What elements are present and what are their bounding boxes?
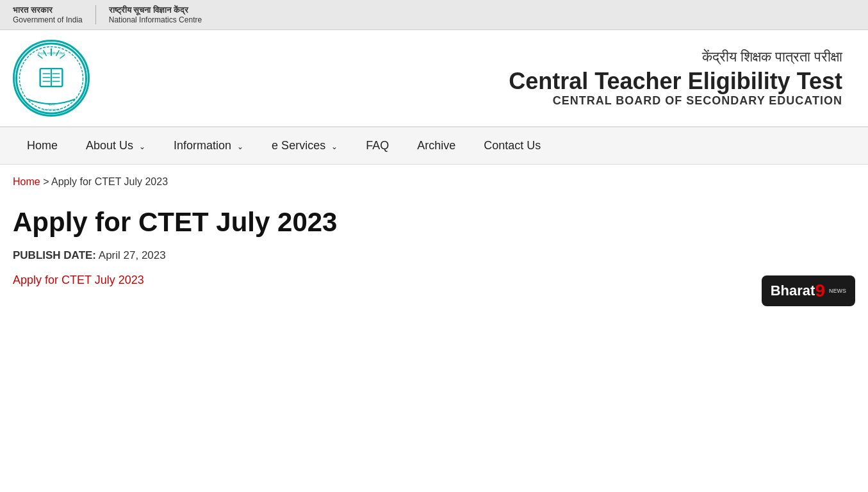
logo: भारत केंद्रीय माध्यमिक शिक्षा अस गो मा स… bbox=[13, 40, 90, 117]
nic-english: National Informatics Centre bbox=[109, 15, 202, 24]
nav-link-archive[interactable]: Archive bbox=[403, 127, 470, 164]
chevron-icon: ⌄ bbox=[331, 142, 338, 151]
bharat9-nine: 9 bbox=[815, 281, 825, 301]
page-title: Apply for CTET July 2023 bbox=[13, 207, 855, 238]
navbar: Home About Us ⌄ Information ⌄ e Services… bbox=[0, 127, 868, 165]
nic-info: राष्ट्रीय सूचना विज्ञान केंद्र National … bbox=[96, 5, 202, 24]
nic-hindi: राष्ट्रीय सूचना विज्ञान केंद्र bbox=[109, 5, 202, 15]
bharat9-bharat-text: Bharat bbox=[771, 283, 815, 299]
nav-item-archive[interactable]: Archive bbox=[403, 127, 470, 164]
apply-link[interactable]: Apply for CTET July 2023 bbox=[13, 274, 144, 286]
breadcrumb-current: Apply for CTET July 2023 bbox=[51, 176, 168, 187]
publish-date: PUBLISH DATE: April 27, 2023 bbox=[13, 249, 855, 262]
logo-area: भारत केंद्रीय माध्यमिक शिक्षा अस गो मा स… bbox=[13, 40, 90, 117]
nav-item-contact[interactable]: Contact Us bbox=[470, 127, 555, 164]
publish-date-value: April 27, 2023 bbox=[99, 249, 166, 261]
title-hindi: केंद्रीय शिक्षक पात्रता परीक्षा bbox=[90, 49, 842, 65]
top-bar: भारत सरकार Government of India राष्ट्रीय… bbox=[0, 0, 868, 30]
logo-svg: भारत केंद्रीय माध्यमिक शिक्षा अस गो मा स… bbox=[15, 42, 88, 115]
nav-list: Home About Us ⌄ Information ⌄ e Services… bbox=[13, 127, 855, 164]
publish-label: PUBLISH DATE: bbox=[13, 249, 96, 261]
bharat9-news-label: NEWS bbox=[829, 288, 846, 294]
title-english: Central Teacher Eligibility Test bbox=[90, 69, 842, 94]
nav-item-information[interactable]: Information ⌄ bbox=[160, 127, 258, 164]
gov-hindi: भारत सरकार bbox=[13, 5, 83, 15]
breadcrumb-home[interactable]: Home bbox=[13, 176, 40, 187]
header-title: केंद्रीय शिक्षक पात्रता परीक्षा Central … bbox=[90, 49, 855, 108]
main-content: Apply for CTET July 2023 PUBLISH DATE: A… bbox=[0, 194, 868, 313]
nav-link-about[interactable]: About Us ⌄ bbox=[72, 127, 160, 164]
nav-link-information[interactable]: Information ⌄ bbox=[160, 127, 258, 164]
bharat9-badge: Bharat9 NEWS bbox=[762, 275, 855, 306]
bharat9-news: NEWS bbox=[829, 288, 846, 294]
nav-link-faq[interactable]: FAQ bbox=[352, 127, 403, 164]
chevron-icon: ⌄ bbox=[237, 142, 243, 151]
nav-link-eservices[interactable]: e Services ⌄ bbox=[258, 127, 352, 164]
svg-text:अस गो मा सद्गमय: अस गो मा सद्गमय bbox=[43, 108, 61, 111]
nav-item-faq[interactable]: FAQ bbox=[352, 127, 403, 164]
nav-item-home[interactable]: Home bbox=[13, 127, 72, 164]
nav-link-contact[interactable]: Contact Us bbox=[470, 127, 555, 164]
svg-text:भारत: भारत bbox=[48, 102, 55, 106]
gov-english: Government of India bbox=[13, 15, 83, 24]
site-header: भारत केंद्रीय माध्यमिक शिक्षा अस गो मा स… bbox=[0, 30, 868, 127]
bharat9-logo: Bharat9 bbox=[771, 281, 825, 301]
nav-item-about[interactable]: About Us ⌄ bbox=[72, 127, 160, 164]
title-sub: CENTRAL BOARD OF SECONDARY EDUCATION bbox=[90, 94, 842, 108]
government-india: भारत सरकार Government of India bbox=[13, 5, 96, 24]
nav-item-eservices[interactable]: e Services ⌄ bbox=[258, 127, 352, 164]
chevron-icon: ⌄ bbox=[139, 142, 145, 151]
svg-text:केंद्रीय माध्यमिक शिक्षा: केंद्रीय माध्यमिक शिक्षा bbox=[37, 51, 65, 56]
breadcrumb-separator: > bbox=[40, 176, 51, 187]
nav-link-home[interactable]: Home bbox=[13, 127, 72, 164]
breadcrumb: Home > Apply for CTET July 2023 bbox=[0, 165, 868, 194]
